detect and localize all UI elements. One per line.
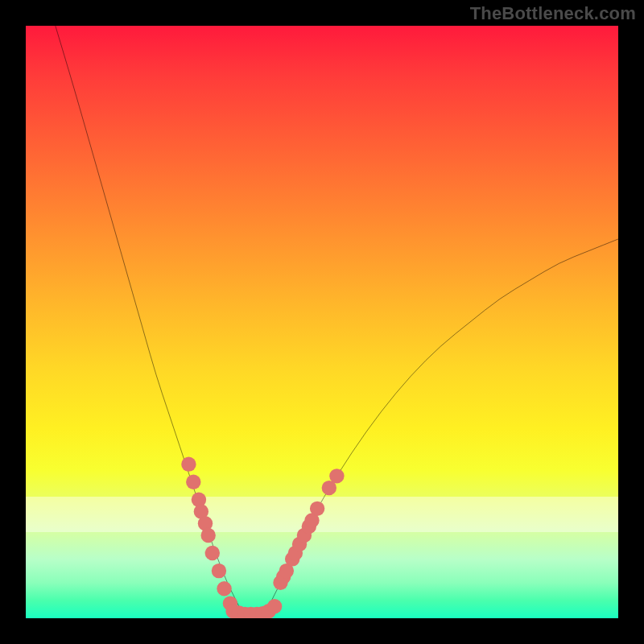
marker-right-11 bbox=[329, 469, 344, 483]
marker-left-0 bbox=[181, 456, 196, 471]
chart-frame: TheBottleneck.com bbox=[0, 0, 644, 644]
marker-right-9 bbox=[310, 502, 324, 516]
curve-group bbox=[56, 26, 618, 618]
marker-flat-7 bbox=[267, 599, 282, 613]
marker-group bbox=[181, 456, 344, 618]
plot-area bbox=[26, 26, 618, 618]
chart-svg bbox=[26, 26, 618, 618]
marker-left-5 bbox=[200, 528, 215, 543]
marker-left-8 bbox=[217, 581, 231, 596]
marker-left-6 bbox=[205, 546, 220, 560]
left-curve-line bbox=[56, 26, 246, 618]
marker-left-7 bbox=[212, 564, 226, 578]
watermark-label: TheBottleneck.com bbox=[470, 3, 636, 24]
right-curve-line bbox=[262, 239, 618, 618]
marker-left-1 bbox=[186, 475, 200, 489]
